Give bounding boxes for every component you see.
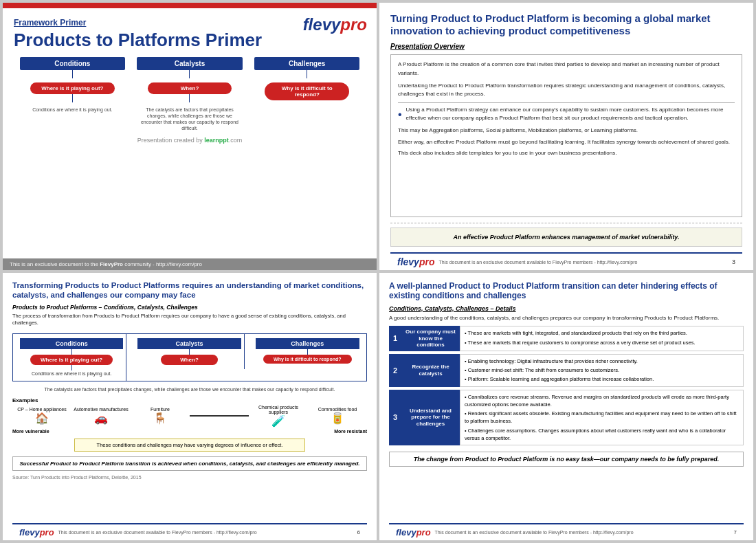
ex5-label: Commodities food: [318, 407, 357, 412]
cond1-bullet1: • These are markets with tight, integrat…: [465, 329, 739, 337]
slide4-tagline: The change from Product to Product Platf…: [389, 452, 744, 467]
slide2-footer-text: This document is an exclusive document a…: [438, 260, 728, 265]
s3-page: 6: [357, 529, 360, 535]
slide1-logo: flevypro: [303, 15, 367, 34]
slide2-tagline: An effective Product Platform enhances m…: [390, 228, 742, 247]
slide1-footer: This is an exclusive document to the Fle…: [3, 258, 377, 270]
cond3-bullet1: • Cannibalizes core revenue streams. Rev…: [465, 393, 739, 409]
furniture-icon: 🪑: [153, 412, 167, 425]
cond2-bullet2: • Customer mind-set shift: The shift fro…: [465, 366, 739, 374]
s3-catalysts-oval: When?: [161, 355, 218, 365]
catalysts-caption: The catalysts are factors that precipita…: [137, 107, 243, 131]
s3-footer-text: This document is an exclusive document a…: [58, 530, 353, 535]
slide-1: flevypro Framework Primer Products to Pl…: [3, 3, 377, 270]
challenges-col: Challenges Why is it difficult to respon…: [254, 57, 360, 100]
s3-conditions-caption: Conditions are where it is playing out.: [32, 370, 111, 377]
cond-label-1: Our company must know the conditions: [401, 326, 460, 351]
s3-chall-line: [307, 349, 308, 355]
conditions-oval: Where is it playing out?: [30, 82, 115, 94]
slide3-footer: flevypro This document is an exclusive d…: [12, 523, 367, 540]
more-vulnerable-label: More vulnerable: [12, 429, 49, 434]
slide1-top-bar: [3, 3, 377, 8]
cond3-bullet3: • Challenges core assumptions. Changes a…: [465, 427, 739, 443]
ex2-item: Automotive manufactures 🚗: [71, 407, 131, 425]
logo-pro: pro: [340, 15, 367, 34]
slide3-subtitle: Products to Product Platforms – Conditio…: [12, 304, 367, 311]
s3-conditions-col: Conditions Where is it playing out? Cond…: [17, 334, 126, 381]
s3-cond-line2: [71, 365, 72, 370]
slide2-dot-line: [398, 102, 735, 103]
diag-line-1: [72, 70, 73, 78]
slide3-source: Source: Turn Products into Product Platf…: [12, 475, 367, 480]
slide4-title: A well-planned Product to Product Platfo…: [389, 281, 744, 301]
cond-content-2: • Enabling technology: Digital infrastru…: [460, 354, 744, 387]
cond-content-3: • Cannibalizes core revenue streams. Rev…: [460, 390, 744, 446]
s3-catalysts-col: Catalysts When?: [135, 334, 244, 369]
diag-line-5: [307, 70, 307, 78]
ex1-label: CP – Home appliances: [17, 407, 66, 412]
s3-challenges-oval: Why is it difficult to respond?: [263, 355, 352, 364]
slide2-dot-separator: [390, 223, 742, 223]
s3-catalysts-box: Catalysts: [137, 338, 241, 349]
conditions-caption: Conditions are where it is playing out.: [32, 107, 112, 113]
conditions-box: Conditions: [20, 57, 126, 70]
slide4-subtitle: Conditions, Catalysts, Challenges – Deta…: [389, 305, 744, 312]
examples-title: Examples: [12, 397, 367, 403]
learnppt-logo: learnppt: [204, 137, 229, 144]
slide-2: Turning Product to Product Platform is b…: [379, 3, 753, 270]
s4-footer-logo: flevypro: [396, 527, 431, 538]
slide4-footer: flevypro This document is an exclusive d…: [389, 523, 744, 540]
slide1-created: Presentation created by learnppt.com: [14, 137, 366, 144]
ex5-item: Commodities food 🥫: [308, 407, 367, 425]
slide1-diagram: Conditions Where is it playing out? Cond…: [14, 57, 366, 131]
slide2-bullet-3: This may be Aggregation platforms, Socia…: [398, 126, 735, 135]
ex3-item: Furniture 🪑: [131, 407, 190, 425]
challenges-oval: Why is it difficult to respond?: [265, 82, 349, 100]
cond-num-2: 2: [389, 354, 401, 387]
slide3-title: Transforming Products to Product Platfor…: [12, 281, 367, 300]
slide1-content: flevypro Framework Primer Products to Pl…: [3, 8, 377, 258]
conditions-row: 1 Our company must know the conditions •…: [389, 326, 744, 351]
ex1-item: CP – Home appliances 🏠: [12, 407, 71, 425]
s3-conditions-oval: Where is it playing out?: [30, 355, 113, 365]
diag-line-2: [72, 94, 73, 102]
slide3-note: These conditions and challenges may have…: [74, 439, 304, 452]
logo-flevy: flevy: [303, 15, 341, 34]
ex4-label: Chemical products suppliers: [249, 405, 308, 414]
slide4-desc: A good understanding of the conditions, …: [389, 314, 744, 322]
bullet-icon: •: [398, 106, 402, 124]
more-resistant-label: More resistant: [334, 429, 367, 434]
s3-footer-logo: flevypro: [19, 527, 54, 538]
s4-footer-text: This document is an exclusive document a…: [435, 530, 730, 535]
slide-4: A well-planned Product to Product Platfo…: [379, 273, 753, 540]
slide2-footer: flevypro This document is an exclusive d…: [390, 252, 742, 270]
catalysts-row: 2 Recognize the catalysts • Enabling tec…: [389, 354, 744, 387]
cond-label-2: Recognize the catalysts: [401, 354, 460, 387]
slide2-bullet-1: Undertaking the Product to Product Platf…: [398, 82, 735, 100]
car-icon: 🚗: [94, 412, 108, 425]
diag-line-4: [189, 94, 190, 102]
cond-num-3: 3: [389, 390, 401, 446]
ex4-item: Chemical products suppliers 🧪: [249, 405, 308, 428]
chemical-icon: 🧪: [271, 414, 285, 428]
cond2-bullet1: • Enabling technology: Digital infrastru…: [465, 357, 739, 365]
cond-label-3: Understand and prepare for the challenge…: [401, 390, 460, 446]
challenges-row: 3 Understand and prepare for the challen…: [389, 390, 744, 446]
house-icon: 🏠: [35, 412, 49, 425]
conditions-col: Conditions Where is it playing out? Cond…: [20, 57, 126, 113]
slide2-page: 3: [732, 258, 735, 265]
slide2-bullet-0: A Product Platform is the creation of a …: [398, 60, 735, 78]
slide3-desc: The process of transformation from Produ…: [12, 313, 367, 327]
slide2-bullet-5: This deck also includes slide templates …: [398, 149, 735, 158]
catalysts-box: Catalysts: [137, 57, 243, 70]
slide2-bullet-2: Using a Product Platform strategy can en…: [406, 106, 735, 122]
examples-section: Examples CP – Home appliances 🏠 Automoti…: [12, 397, 367, 434]
s4-page: 7: [734, 529, 737, 535]
food-icon: 🥫: [331, 412, 344, 425]
slide2-subtitle: Presentation Overview: [390, 43, 742, 50]
cond3-bullet2: • Renders significant assets obsolete. E…: [465, 410, 739, 425]
slide-3: Transforming Products to Product Platfor…: [3, 273, 377, 540]
catalysts-col: Catalysts When? The catalysts are factor…: [137, 57, 243, 131]
s3-challenges-box: Challenges: [256, 338, 359, 349]
cond-num-1: 1: [389, 326, 401, 351]
